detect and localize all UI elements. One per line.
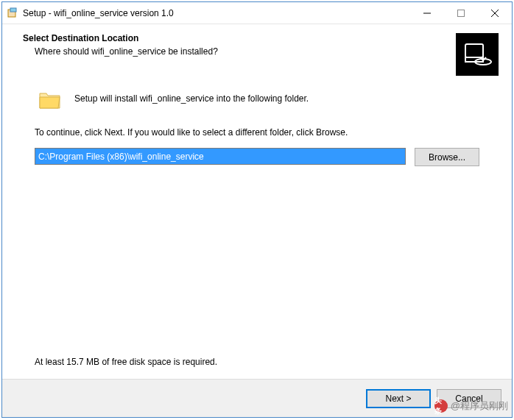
svg-rect-1 <box>10 8 16 12</box>
setup-window: Setup - wifi_online_service version 1.0 … <box>1 1 513 418</box>
close-button[interactable] <box>478 2 512 24</box>
window-controls <box>410 2 512 24</box>
wizard-footer: Next > Cancel <box>2 379 512 417</box>
wizard-content: Setup will install wifi_online_service i… <box>2 74 512 379</box>
page-title: Select Destination Location <box>23 33 456 43</box>
wizard-header: Select Destination Location Where should… <box>2 24 512 74</box>
minimize-button[interactable] <box>410 2 444 24</box>
maximize-button[interactable] <box>444 2 478 24</box>
page-subtitle: Where should wifi_online_service be inst… <box>35 46 456 57</box>
install-text: Setup will install wifi_online_service i… <box>74 90 309 104</box>
folder-icon <box>39 90 61 110</box>
browse-button[interactable]: Browse... <box>415 148 479 166</box>
svg-rect-3 <box>458 10 465 17</box>
window-title: Setup - wifi_online_service version 1.0 <box>23 8 410 18</box>
destination-path-input[interactable] <box>35 148 406 165</box>
installer-icon <box>7 7 18 19</box>
svg-rect-6 <box>465 44 483 57</box>
cancel-button[interactable]: Cancel <box>437 389 501 408</box>
disk-space-text: At least 15.7 MB of free disk space is r… <box>35 357 479 367</box>
continue-text: To continue, click Next. If you would li… <box>35 127 479 138</box>
disk-install-icon <box>456 33 499 76</box>
next-button[interactable]: Next > <box>366 389 431 408</box>
titlebar: Setup - wifi_online_service version 1.0 <box>2 2 512 24</box>
